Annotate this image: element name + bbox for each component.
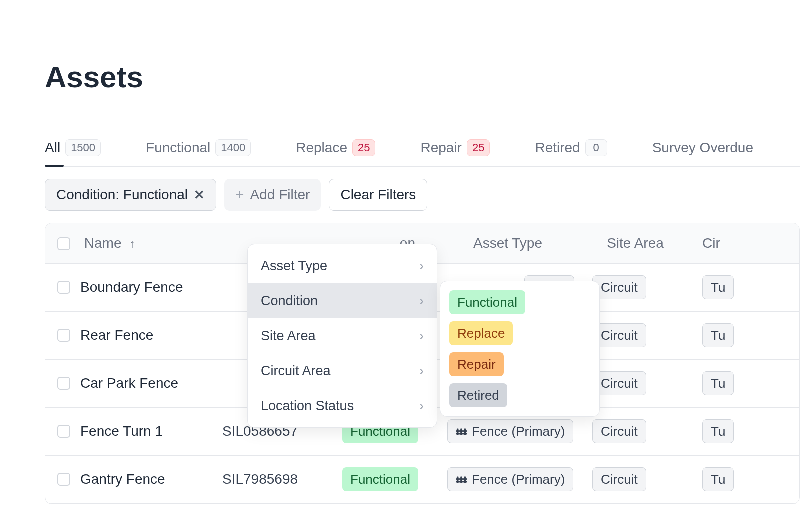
site-area-tag: Circuit	[592, 468, 646, 492]
menu-item-label: Circuit Area	[261, 364, 331, 379]
filter-type-menu[interactable]: Asset Type › Condition › Site Area › Cir…	[248, 244, 438, 428]
asset-ref: SIL7985698	[210, 456, 330, 504]
condition-option-repair[interactable]: Repair	[450, 352, 504, 376]
column-header-site-area[interactable]: Site Area	[580, 224, 690, 264]
asset-name: Rear Fence	[80, 328, 154, 344]
add-filter-button[interactable]: + Add Filter	[224, 179, 321, 211]
tab-label: Survey Overdue	[652, 140, 754, 156]
condition-option-replace[interactable]: Replace	[450, 322, 513, 346]
row-checkbox[interactable]	[58, 329, 70, 342]
site-area-tag: Circuit	[592, 324, 646, 348]
column-header-name[interactable]: Name ↑	[46, 224, 210, 264]
table-row[interactable]: Gantry FenceSIL7985698FunctionalFence (P…	[46, 456, 800, 504]
circuit-area-tag: Tu	[702, 276, 734, 300]
clear-filters-label: Clear Filters	[340, 187, 416, 203]
asset-type-tag: Fence (Primary)	[448, 468, 574, 492]
svg-rect-4	[456, 434, 467, 435]
menu-item-label: Condition	[261, 294, 318, 309]
site-area-tag: Circuit	[592, 372, 646, 396]
svg-rect-3	[456, 430, 467, 432]
menu-item-label: Asset Type	[261, 258, 328, 274]
tab-functional[interactable]: Functional 1400	[146, 140, 251, 166]
menu-item-label: Location Status	[261, 398, 354, 414]
tab-label: All	[45, 140, 60, 156]
menu-item-circuit-area[interactable]: Circuit Area ›	[248, 354, 437, 388]
asset-name: Boundary Fence	[80, 280, 183, 296]
site-area-tag: Circuit	[592, 420, 646, 444]
tab-survey-overdue[interactable]: Survey Overdue	[652, 140, 754, 166]
tab-retired[interactable]: Retired 0	[535, 140, 607, 166]
column-label: Site Area	[607, 236, 664, 251]
tab-label: Replace	[296, 140, 348, 156]
add-filter-label: Add Filter	[250, 187, 310, 203]
column-label: Cir	[702, 236, 720, 251]
site-area-tag: Circuit	[592, 276, 646, 300]
circuit-area-tag: Tu	[702, 420, 734, 444]
svg-rect-9	[456, 482, 467, 483]
row-checkbox[interactable]	[58, 473, 70, 486]
menu-item-site-area[interactable]: Site Area ›	[248, 318, 437, 354]
asset-name: Gantry Fence	[80, 472, 166, 488]
asset-name: Car Park Fence	[80, 376, 178, 392]
menu-item-label: Site Area	[261, 328, 316, 344]
close-icon[interactable]: ✕	[194, 188, 205, 203]
tab-label: Retired	[535, 140, 580, 156]
chevron-right-icon: ›	[420, 294, 424, 309]
tab-badge: 1400	[216, 140, 251, 156]
circuit-area-tag: Tu	[702, 324, 734, 348]
condition-option-functional[interactable]: Functional	[450, 290, 526, 314]
row-checkbox[interactable]	[58, 281, 70, 294]
chevron-right-icon: ›	[420, 364, 424, 379]
column-label: Name	[84, 236, 122, 251]
tabs: All 1500 Functional 1400 Replace 25 Repa…	[45, 140, 800, 167]
tab-label: Functional	[146, 140, 210, 156]
tab-badge: 1500	[66, 140, 101, 156]
chevron-right-icon: ›	[420, 258, 424, 274]
chevron-right-icon: ›	[420, 398, 424, 414]
select-all-checkbox[interactable]	[58, 238, 70, 250]
svg-rect-8	[456, 478, 467, 480]
chevron-right-icon: ›	[420, 328, 424, 344]
filter-chip-label: Condition: Functional	[56, 187, 188, 203]
circuit-area-tag: Tu	[702, 468, 734, 492]
tab-badge: 25	[352, 140, 376, 156]
column-label: Asset Type	[474, 236, 542, 251]
tab-replace[interactable]: Replace 25	[296, 140, 376, 166]
filter-condition-submenu[interactable]: Functional Replace Repair Retired	[440, 281, 600, 417]
asset-name: Fence Turn 1	[80, 424, 163, 440]
tab-label: Repair	[420, 140, 462, 156]
row-checkbox[interactable]	[58, 425, 70, 438]
menu-item-asset-type[interactable]: Asset Type ›	[248, 248, 437, 284]
menu-item-condition[interactable]: Condition ›	[248, 284, 437, 318]
column-header-asset-type[interactable]: Asset Type	[436, 224, 580, 264]
page-title: Assets	[45, 60, 800, 94]
tab-repair[interactable]: Repair 25	[420, 140, 490, 166]
tab-badge: 25	[467, 140, 490, 156]
filter-chip-condition[interactable]: Condition: Functional ✕	[45, 179, 216, 211]
filter-bar: Condition: Functional ✕ + Add Filter Cle…	[45, 179, 800, 211]
plus-icon: +	[236, 188, 244, 202]
menu-item-location-status[interactable]: Location Status ›	[248, 388, 437, 424]
sort-ascending-icon: ↑	[130, 237, 136, 250]
circuit-area-tag: Tu	[702, 372, 734, 396]
asset-type-tag: Fence (Primary)	[448, 420, 574, 444]
row-checkbox[interactable]	[58, 377, 70, 390]
condition-option-retired[interactable]: Retired	[450, 384, 508, 408]
tab-badge: 0	[586, 140, 608, 156]
column-header-circuit-area[interactable]: Cir	[690, 224, 800, 264]
condition-badge: Functional	[342, 468, 418, 492]
clear-filters-button[interactable]: Clear Filters	[329, 179, 428, 211]
tab-all[interactable]: All 1500	[45, 140, 101, 166]
